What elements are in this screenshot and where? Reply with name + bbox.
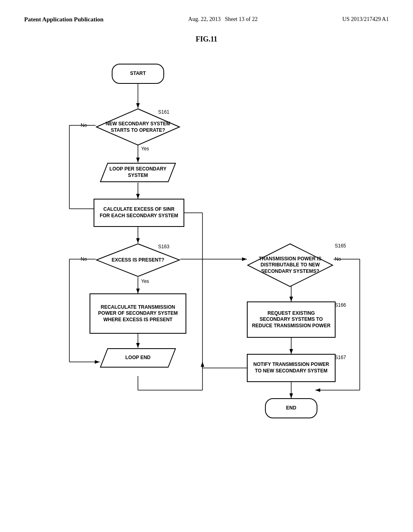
s163-yes-label: Yes <box>141 278 149 284</box>
s163-no-label: No <box>81 256 87 262</box>
s165-label: S165 <box>335 243 346 249</box>
s165-no-label: No <box>335 256 341 262</box>
s161-diamond: NEW SECONDARY SYSTEM STARTS TO OPERATE? <box>96 108 180 146</box>
header-right: US 2013/217429 A1 <box>342 16 389 23</box>
loop-per-secondary: LOOP PER SECONDARY SYSTEM <box>100 162 176 183</box>
flowchart: START S161 NEW SECONDARY SYSTEM STARTS T… <box>33 60 380 483</box>
s165-diamond: TRANSMISSION POWER IS DISTRIBUTABLE TO N… <box>247 243 334 287</box>
s161-no-label: No <box>81 123 87 128</box>
s166-label: S166 <box>335 302 346 308</box>
s166-rect: REQUEST EXISTING SECONDARY SYSTEMS TO RE… <box>247 301 336 338</box>
publication-sheet: Sheet 13 of 22 <box>225 16 257 22</box>
publication-title: Patent Application Publication <box>24 16 104 23</box>
header-left: Patent Application Publication <box>24 16 104 23</box>
figure-title: FIG.11 <box>24 35 389 44</box>
s162-rect: CALCULATE EXCESS OF SINR FOR EACH SECOND… <box>94 199 184 227</box>
publication-date: Aug. 22, 2013 <box>188 16 221 22</box>
header-center: Aug. 22, 2013 Sheet 13 of 22 <box>188 16 258 23</box>
loop-end: LOOP END <box>100 348 176 368</box>
end-node: END <box>265 398 317 418</box>
s164-rect: RECALCULATE TRANSMISSION POWER OF SECOND… <box>90 293 186 334</box>
s167-rect: NOTIFY TRANSMISSION POWER TO NEW SECONDA… <box>247 354 336 382</box>
start-node: START <box>112 64 164 84</box>
page: Patent Application Publication Aug. 22, … <box>0 0 413 532</box>
s161-yes-label: Yes <box>141 146 149 152</box>
s163-diamond: EXCESS IS PRESENT? <box>96 243 180 277</box>
s167-label: S167 <box>335 355 346 360</box>
header: Patent Application Publication Aug. 22, … <box>24 16 389 23</box>
publication-number: US 2013/217429 A1 <box>342 16 389 22</box>
